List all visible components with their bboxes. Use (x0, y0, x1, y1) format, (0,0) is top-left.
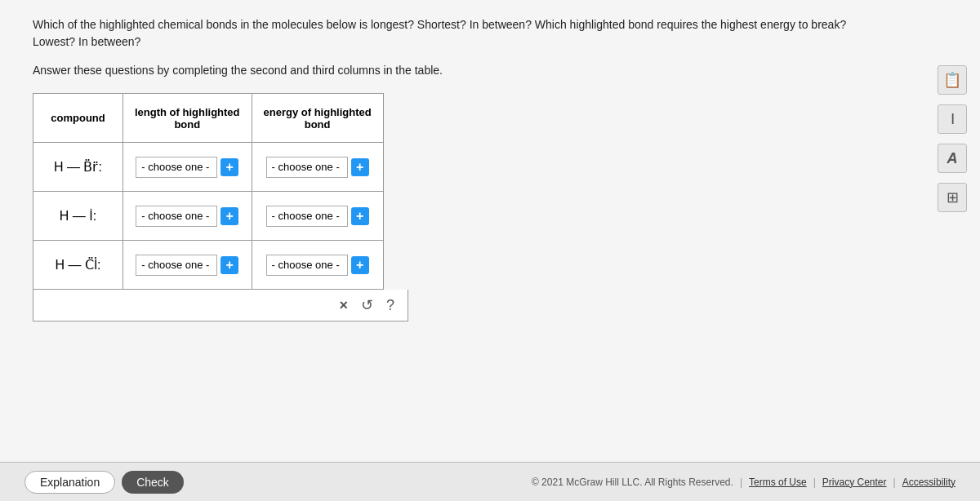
table-row: H — C̈l̇: - choose one - shortest in bet… (33, 241, 384, 290)
copyright-text: © 2021 McGraw Hill LLC. All Rights Reser… (532, 477, 733, 488)
energy-cell-hi[interactable]: - choose one - lowest in between highest… (252, 192, 383, 241)
length-dropdown-hcl[interactable]: - choose one - shortest in between longe… (136, 255, 217, 276)
length-expand-hcl[interactable]: + (220, 256, 238, 274)
question-line1: Which of the highlighted chemical bonds … (33, 18, 846, 31)
sidebar-icon-text[interactable]: A (938, 144, 967, 173)
undo-icon[interactable]: ↺ (361, 296, 373, 314)
energy-expand-hi[interactable]: + (351, 207, 369, 225)
table-wrapper: compound length of highlightedbond energ… (33, 93, 408, 321)
bottom-bar: Explanation Check © 2021 McGraw Hill LLC… (0, 462, 980, 501)
sidebar-icon-grid[interactable]: ⊞ (938, 183, 967, 212)
table-row: H — B̈r̈: - choose one - shortest in bet… (33, 143, 384, 192)
question-text: Which of the highlighted chemical bonds … (33, 16, 947, 51)
col-header-energy: energy of highlightedbond (252, 94, 383, 143)
energy-cell-hcl[interactable]: - choose one - lowest in between highest… (252, 241, 383, 290)
check-button[interactable]: Check (122, 471, 184, 494)
bottom-right: © 2021 McGraw Hill LLC. All Rights Reser… (532, 477, 956, 488)
privacy-link[interactable]: Privacy Center (822, 477, 887, 488)
energy-dropdown-hcl[interactable]: - choose one - lowest in between highest (266, 255, 348, 276)
length-dropdown-hi[interactable]: - choose one - shortest in between longe… (136, 206, 217, 227)
bottom-left: Explanation Check (24, 471, 184, 494)
col-header-compound: compound (33, 94, 123, 143)
length-dropdown-hbr[interactable]: - choose one - shortest in between longe… (136, 157, 217, 178)
energy-expand-hbr[interactable]: + (351, 158, 369, 176)
energy-dropdown-hbr[interactable]: - choose one - lowest in between highest (266, 157, 348, 178)
length-cell-hcl[interactable]: - choose one - shortest in between longe… (123, 241, 252, 290)
sidebar-icon-chart[interactable]: Ⅰ (938, 104, 967, 134)
table-row: H — İ: - choose one - shortest in betwe… (33, 192, 384, 241)
data-table: compound length of highlightedbond energ… (33, 93, 384, 290)
length-cell-hbr[interactable]: - choose one - shortest in between longe… (123, 143, 252, 192)
energy-expand-hcl[interactable]: + (351, 256, 369, 274)
compound-hbr: H — B̈r̈: (33, 143, 123, 192)
terms-link[interactable]: Terms of Use (749, 477, 807, 488)
action-row: × ↺ ? (33, 290, 408, 321)
sidebar-icon-clipboard[interactable]: 📋 (938, 65, 967, 95)
compound-hcl: H — C̈l̇: (33, 241, 123, 290)
length-expand-hi[interactable]: + (220, 207, 238, 225)
length-cell-hi[interactable]: - choose one - shortest in between longe… (123, 192, 252, 241)
question-line2: Lowest? In between? (33, 35, 140, 48)
length-expand-hbr[interactable]: + (220, 158, 238, 176)
sidebar-icons: 📋 Ⅰ A ⊞ (938, 65, 967, 212)
energy-dropdown-hi[interactable]: - choose one - lowest in between highest (266, 206, 348, 227)
col-header-length: length of highlightedbond (123, 94, 252, 143)
instruction-text: Answer these questions by completing the… (33, 64, 947, 77)
main-content: Which of the highlighted chemical bonds … (0, 0, 980, 462)
accessibility-link[interactable]: Accessibility (902, 477, 956, 488)
explanation-button[interactable]: Explanation (24, 471, 115, 494)
help-icon[interactable]: ? (386, 297, 394, 314)
energy-cell-hbr[interactable]: - choose one - lowest in between highest… (252, 143, 383, 192)
compound-hi: H — İ: (33, 192, 123, 241)
close-button[interactable]: × (339, 297, 348, 314)
